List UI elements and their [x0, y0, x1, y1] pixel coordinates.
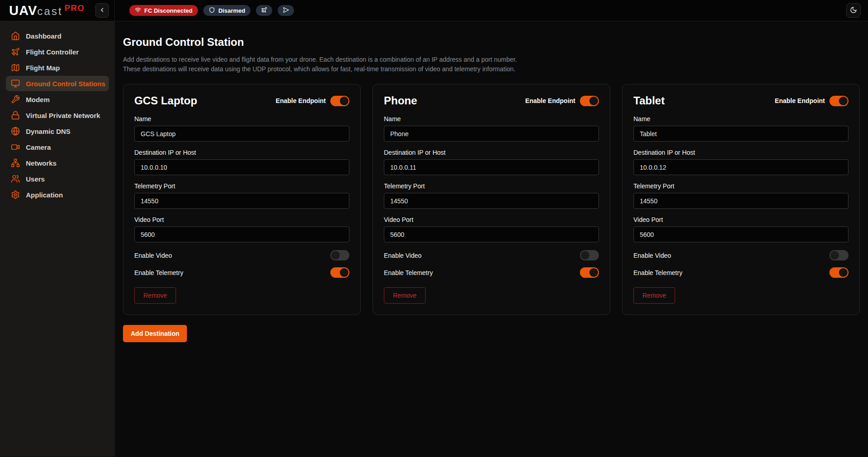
sidebar-item-label: Camera	[26, 143, 51, 151]
wifi-icon	[135, 7, 141, 15]
enable-endpoint-label: Enable Endpoint	[276, 97, 326, 104]
shield-icon	[209, 7, 215, 15]
sidebar-item-camera[interactable]: Camera	[6, 139, 109, 155]
video-camera-icon	[11, 143, 20, 152]
page-description: Add destinations to receive live video a…	[123, 55, 860, 74]
topbar-left: UAVcastPRO	[0, 0, 115, 21]
telemetry-port-label: Telemetry Port	[633, 182, 848, 190]
topbar: UAVcastPRO FC Disconnected Disarmed	[0, 0, 868, 21]
sidebar-item-dynamic-dns[interactable]: Dynamic DNS	[6, 123, 109, 139]
enable-telemetry-toggle[interactable]	[829, 267, 848, 278]
sidebar-item-label: Flight Map	[26, 64, 60, 72]
video-port-input[interactable]	[633, 226, 848, 242]
destination-input[interactable]	[384, 159, 599, 175]
enable-endpoint-label: Enable Endpoint	[525, 97, 575, 104]
sidebar-item-vpn[interactable]: Virtual Private Network	[6, 108, 109, 123]
enable-telemetry-toggle[interactable]	[330, 267, 349, 278]
destination-label: Destination IP or Host	[134, 149, 349, 156]
sidebar-item-label: Users	[26, 175, 45, 183]
monitor-icon	[11, 79, 20, 88]
page-description-line2: These destinations will receive data usi…	[123, 64, 860, 74]
enable-telemetry-label: Enable Telemetry	[134, 269, 183, 276]
enable-video-toggle[interactable]	[330, 250, 349, 260]
toggle-knob	[331, 251, 340, 260]
sidebar-item-label: Modem	[26, 96, 50, 103]
sidebar-item-ground-control-stations[interactable]: Ground Control Stations	[6, 76, 109, 91]
send-icon	[283, 7, 289, 15]
enable-video-label: Enable Video	[384, 252, 422, 259]
sidebar-item-label: Dynamic DNS	[26, 128, 70, 135]
toggle-knob	[589, 97, 598, 105]
destination-card-tablet: Tablet Enable Endpoint Name Destination …	[622, 84, 860, 315]
fc-status-label: FC Disconnected	[144, 7, 192, 14]
sidebar-item-flight-map[interactable]: Flight Map	[6, 60, 109, 75]
destination-card-phone: Phone Enable Endpoint Name Destination I…	[373, 84, 610, 315]
sidebar-item-label: Virtual Private Network	[26, 112, 100, 119]
card-title: Phone	[384, 94, 417, 107]
sidebar-item-flight-controller[interactable]: Flight Controller	[6, 44, 109, 59]
logo-pro: PRO	[64, 3, 84, 13]
send-status-pill[interactable]	[278, 5, 294, 16]
video-port-input[interactable]	[384, 226, 599, 242]
sidebar-item-label: Flight Controller	[26, 48, 79, 56]
remove-button[interactable]: Remove	[134, 287, 176, 304]
telemetry-port-label: Telemetry Port	[384, 182, 599, 190]
enable-video-label: Enable Video	[134, 252, 172, 259]
wrench-icon	[11, 95, 20, 104]
enable-endpoint-toggle[interactable]	[580, 96, 599, 106]
enable-endpoint-toggle[interactable]	[330, 96, 349, 106]
map-icon	[11, 63, 20, 72]
telemetry-port-input[interactable]	[384, 193, 599, 209]
enable-video-toggle[interactable]	[829, 250, 848, 260]
sidebar-item-modem[interactable]: Modem	[6, 92, 109, 107]
remove-button[interactable]: Remove	[633, 287, 675, 304]
toggle-knob	[340, 268, 348, 277]
sidebar-collapse-button[interactable]	[95, 3, 109, 18]
sidebar-item-label: Networks	[26, 159, 57, 167]
remove-button[interactable]: Remove	[384, 287, 426, 304]
destination-input[interactable]	[134, 159, 349, 175]
enable-endpoint-toggle[interactable]	[829, 96, 848, 106]
sidebar-item-networks[interactable]: Networks	[6, 155, 109, 171]
telemetry-port-input[interactable]	[134, 193, 349, 209]
toggle-knob	[839, 97, 848, 105]
video-port-input[interactable]	[134, 226, 349, 242]
enable-telemetry-toggle[interactable]	[580, 267, 599, 278]
enable-video-toggle[interactable]	[580, 250, 599, 260]
sidebar-item-users[interactable]: Users	[6, 171, 109, 187]
moon-icon	[850, 6, 857, 15]
toggle-knob	[830, 251, 839, 260]
name-input[interactable]	[633, 126, 848, 142]
name-input[interactable]	[384, 126, 599, 142]
sidebar-item-dashboard[interactable]: Dashboard	[6, 28, 109, 44]
arm-status-badge: Disarmed	[203, 5, 250, 16]
app-logo: UAVcastPRO	[9, 3, 84, 18]
destination-cards: GCS Laptop Enable Endpoint Name Destinat…	[123, 84, 860, 315]
home-icon	[11, 31, 20, 40]
arm-status-label: Disarmed	[218, 7, 245, 14]
telemetry-port-input[interactable]	[633, 193, 848, 209]
globe-icon	[11, 127, 20, 136]
add-destination-button[interactable]: Add Destination	[123, 325, 187, 342]
plane-status-pill[interactable]	[256, 5, 272, 16]
telemetry-port-label: Telemetry Port	[134, 182, 349, 190]
destination-input[interactable]	[633, 159, 848, 175]
enable-telemetry-label: Enable Telemetry	[633, 269, 682, 276]
name-input[interactable]	[134, 126, 349, 142]
card-title: Tablet	[633, 94, 665, 107]
name-label: Name	[384, 115, 599, 123]
video-port-label: Video Port	[134, 216, 349, 223]
theme-toggle-button[interactable]	[846, 3, 861, 18]
network-icon	[11, 158, 20, 167]
toggle-knob	[589, 268, 598, 277]
page-description-line1: Add destinations to receive live video a…	[123, 55, 860, 64]
plane-icon	[11, 47, 20, 56]
enable-telemetry-label: Enable Telemetry	[384, 269, 433, 276]
toggle-knob	[839, 268, 848, 277]
fc-status-badge: FC Disconnected	[129, 5, 198, 16]
sidebar: Dashboard Flight Controller Flight Map G…	[0, 21, 115, 457]
logo-uav: UAV	[9, 3, 37, 18]
destination-label: Destination IP or Host	[633, 149, 848, 156]
sidebar-item-application[interactable]: Application	[6, 187, 109, 202]
lock-icon	[11, 111, 20, 120]
